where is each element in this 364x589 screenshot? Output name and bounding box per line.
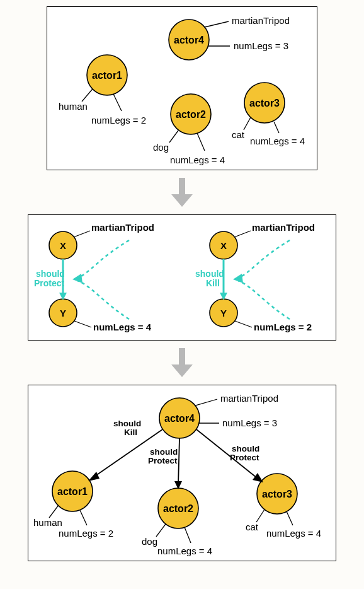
right-impl-arrowhead: [233, 274, 243, 283]
left-rel-l2: Protect: [34, 278, 65, 288]
p3-actor2-a1: dog: [142, 536, 157, 547]
actor1-attr1: human: [59, 101, 88, 112]
actor3-label: actor3: [249, 98, 280, 108]
p3-actor3-al1: [256, 510, 264, 522]
actor4-attr2: numLegs = 3: [234, 40, 288, 51]
actor2-attr2: numLegs = 4: [170, 155, 225, 165]
right-x-label: X: [220, 240, 227, 251]
p3-actor4-al1: [195, 399, 217, 405]
p3-actor2-label: actor2: [163, 503, 193, 514]
rel-a1-l1: should: [113, 419, 141, 428]
rel-a3-l2: Protect: [230, 453, 259, 462]
left-rel-l1: should: [36, 269, 65, 279]
left-y-label: Y: [60, 308, 66, 318]
rel-a2-l1: should: [150, 447, 178, 457]
p3-actor2-al1: [156, 524, 166, 537]
rel-a4-a3-head: [253, 473, 263, 482]
right-y-attr: numLegs = 2: [254, 322, 312, 332]
p3-actor1-label: actor1: [57, 486, 88, 497]
actor3-attr2: numLegs = 4: [250, 136, 305, 146]
right-rel-l2: Kill: [206, 278, 220, 288]
panel2-svg: X martianTripod Y numLegs = 4 should Pro…: [28, 215, 337, 341]
actor1-attrline2: [113, 94, 122, 111]
right-rel-l1: should: [195, 269, 224, 279]
actor2-label: actor2: [176, 109, 206, 120]
actor1-label: actor1: [92, 70, 122, 81]
right-x-attr: martianTripod: [252, 222, 315, 233]
panel3-svg: actor4 martianTripod numLegs = 3 actor1 …: [28, 385, 337, 562]
actor1-attr2: numLegs = 2: [91, 115, 146, 125]
rel-a3-l1: should: [232, 444, 259, 453]
left-x-label: X: [60, 240, 66, 251]
right-y-attrline: [235, 321, 252, 327]
down-arrow-icon: [171, 178, 193, 207]
actor3-attrline1: [244, 117, 251, 130]
actor4-attr1: martianTripod: [232, 15, 290, 26]
p3-actor1-al1: [49, 505, 59, 518]
left-impl-arrowhead: [72, 274, 82, 283]
actor4-label: actor4: [174, 35, 204, 45]
rel-a4-a1-head: [88, 472, 100, 481]
rel-a4-a2: [178, 438, 179, 485]
right-y-label: Y: [220, 308, 227, 318]
p3-actor1-al2: [80, 510, 87, 525]
p3-actor3-label: actor3: [262, 489, 292, 499]
panel-result: actor4 martianTripod numLegs = 3 actor1 …: [28, 385, 336, 561]
p3-actor2-a2: numLegs = 4: [157, 545, 212, 556]
actor1-attrline1: [82, 89, 93, 102]
p3-actor1-a2: numLegs = 2: [59, 528, 113, 539]
p3-actor4-a2: numLegs = 3: [222, 417, 277, 428]
actor2-attr1: dog: [153, 142, 169, 153]
rel-a1-l2: Kill: [124, 428, 137, 437]
actor3-attrline2: [274, 122, 279, 133]
p3-actor4-a1: martianTripod: [220, 393, 278, 404]
panel-initial-actors: actor4 martianTripod numLegs = 3 actor1 …: [47, 6, 317, 170]
left-x-attr: martianTripod: [91, 222, 154, 233]
left-x-attrline: [74, 231, 90, 237]
p3-actor3-a1: cat: [246, 522, 259, 532]
actor3-attr1: cat: [232, 129, 245, 140]
p3-actor4-label: actor4: [164, 413, 195, 424]
connector-arrow-1: [0, 177, 364, 208]
panel1-svg: actor4 martianTripod numLegs = 3 actor1 …: [47, 7, 318, 171]
left-y-attr: numLegs = 4: [93, 322, 152, 332]
down-arrow-icon: [171, 348, 193, 377]
left-y-attrline: [74, 321, 91, 327]
rel-a2-l2: Protect: [148, 456, 178, 465]
p3-actor3-a2: numLegs = 4: [266, 528, 321, 539]
actor4-attrline1: [205, 21, 229, 27]
p3-actor3-al2: [287, 511, 293, 525]
panel-rules: X martianTripod Y numLegs = 4 should Pro…: [28, 214, 336, 341]
connector-arrow-2: [0, 347, 364, 378]
rule-left: X martianTripod Y numLegs = 4 should Pro…: [34, 222, 154, 332]
actor2-attrline1: [169, 131, 178, 143]
rule-right: X martianTripod Y numLegs = 2 should Kil…: [195, 222, 315, 332]
right-x-attrline: [234, 231, 251, 237]
p3-actor1-a1: human: [33, 517, 62, 528]
actor2-attrline2: [197, 133, 205, 151]
p3-actor2-al2: [185, 527, 191, 543]
